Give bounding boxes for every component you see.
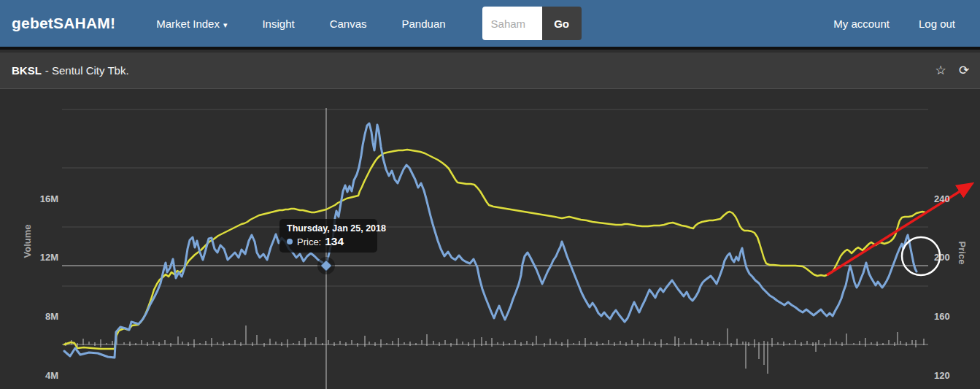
nav-item-market-index[interactable]: Market Index▾ [142, 10, 242, 37]
crosshair-tooltip: Thursday, Jan 25, 2018 Price: 134 [279, 219, 377, 253]
stock-symbol: BKSL [12, 64, 42, 77]
tooltip-price-value: 134 [325, 235, 344, 248]
volume-tick-8m: 8M [15, 311, 58, 323]
ticker-search-input[interactable] [482, 7, 542, 40]
volume-tick-16m: 16M [15, 193, 58, 205]
nav-item-panduan[interactable]: Panduan [387, 10, 460, 37]
stock-company-name: - Sentul City Tbk. [45, 64, 129, 77]
top-navbar: gebetSAHAM! Market Index▾ Insight Canvas… [0, 0, 980, 50]
favorite-star-icon[interactable]: ☆ [933, 63, 948, 78]
price-volume-chart-surface[interactable] [0, 90, 980, 389]
nav-right: My account Log out [819, 10, 970, 37]
nav-item-canvas[interactable]: Canvas [315, 10, 382, 37]
series-dot-icon [287, 239, 293, 244]
price-tick-160: 160 [934, 311, 971, 323]
nav-item-insight[interactable]: Insight [247, 10, 309, 37]
go-button[interactable]: Go [542, 7, 582, 40]
stock-title-bar: BKSL - Sentul City Tbk. ☆ ⟳ [0, 53, 980, 89]
ticker-search-group: Go [482, 7, 582, 40]
volume-tick-4m: 4M [15, 370, 58, 382]
brand-logo[interactable]: gebetSAHAM! [12, 15, 115, 32]
price-axis-title: Price [957, 224, 968, 282]
nav-menu: Market Index▾ Insight Canvas Panduan Go [142, 7, 581, 40]
titlebar-icons: ☆ ⟳ [933, 63, 971, 78]
chart-area: 16M 12M 8M 4M 0 240 200 160 120 80 [0, 90, 980, 389]
nav-item-my-account[interactable]: My account [819, 10, 904, 37]
refresh-icon[interactable]: ⟳ [957, 63, 971, 78]
price-tick-120: 120 [934, 370, 971, 382]
tooltip-date: Thursday, Jan 25, 2018 [287, 223, 370, 234]
chevron-down-icon: ▾ [223, 20, 228, 29]
tooltip-series-label: Price: [297, 236, 321, 247]
volume-axis-title: Volume [22, 212, 33, 271]
price-tick-240: 240 [934, 193, 971, 205]
nav-item-log-out[interactable]: Log out [904, 10, 970, 37]
